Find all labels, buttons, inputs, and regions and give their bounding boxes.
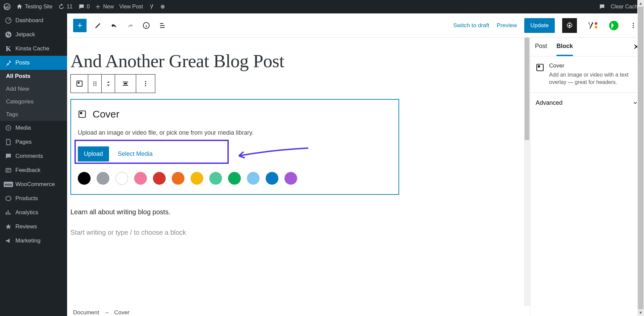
color-swatch-9[interactable] — [247, 172, 260, 185]
menu-posts[interactable]: Posts — [0, 56, 67, 70]
notices-icon[interactable] — [599, 3, 605, 10]
svg-point-7 — [569, 25, 571, 27]
crumb-document[interactable]: Document — [73, 309, 99, 316]
menu-products[interactable]: Products — [0, 191, 67, 206]
menu-reviews[interactable]: Reviews — [0, 220, 67, 234]
paragraph-block[interactable]: Learn all about writing blog posts. — [70, 208, 399, 216]
canvas-scrollbar[interactable] — [524, 38, 530, 306]
color-swatch-4[interactable] — [153, 172, 166, 185]
cover-block-description: Upload an image or video file, or pick o… — [78, 129, 392, 136]
menu-media[interactable]: Media — [0, 121, 67, 135]
color-swatch-1[interactable] — [97, 172, 109, 185]
wp-logo[interactable] — [3, 3, 11, 10]
color-swatch-10[interactable] — [266, 172, 278, 185]
clear-cache-link[interactable]: Clear Cache — [611, 4, 641, 10]
update-button[interactable]: Update — [524, 18, 555, 33]
dashboard-icon — [5, 17, 12, 24]
select-media-button[interactable]: Select Media — [118, 150, 153, 157]
upload-button[interactable]: Upload — [78, 146, 109, 162]
drag-handle-icon[interactable] — [88, 75, 102, 93]
products-icon — [5, 195, 12, 202]
star-icon — [5, 223, 12, 230]
annotation-arrow-icon — [233, 146, 310, 160]
more-options-icon[interactable] — [629, 21, 638, 30]
align-button[interactable] — [115, 75, 136, 93]
svg-rect-12 — [78, 82, 79, 84]
block-more-icon[interactable] — [136, 75, 155, 93]
menu-analytics[interactable]: Analytics — [0, 206, 67, 220]
svg-point-8 — [633, 23, 634, 24]
analytics-icon — [5, 209, 12, 216]
color-swatch-2[interactable] — [115, 172, 128, 185]
outline-icon[interactable] — [158, 21, 167, 30]
status-dot-icon[interactable] — [160, 4, 165, 9]
new-link[interactable]: New — [95, 4, 114, 10]
site-link[interactable]: Testing Site — [16, 3, 53, 10]
svg-point-20 — [145, 81, 146, 82]
settings-gear-button[interactable] — [562, 18, 577, 33]
post-title[interactable]: And Another Great Blog Post — [70, 50, 399, 72]
menu-feedback[interactable]: Feedback — [0, 163, 67, 177]
browser-scrollbar[interactable]: ▲ ▼ — [637, 0, 644, 316]
menu-jetpack[interactable]: Jetpack — [0, 28, 67, 42]
block-editor: + Switch to draft Preview Update And Ano… — [67, 13, 644, 316]
megaphone-icon — [5, 237, 12, 244]
cover-block[interactable]: Cover Upload an image or video file, or … — [70, 99, 399, 195]
submenu-all-posts[interactable]: All Posts — [0, 70, 67, 83]
preview-button[interactable]: Preview — [497, 22, 517, 29]
menu-dashboard[interactable]: Dashboard — [0, 13, 67, 28]
color-swatch-3[interactable] — [134, 172, 147, 185]
color-swatch-0[interactable] — [78, 172, 91, 185]
menu-pages[interactable]: Pages — [0, 135, 67, 149]
tab-post[interactable]: Post — [535, 38, 547, 56]
undo-icon[interactable] — [109, 21, 119, 30]
submenu-categories[interactable]: Categories — [0, 95, 67, 108]
color-swatch-11[interactable] — [284, 172, 297, 185]
jetpack-badge-icon — [609, 21, 619, 30]
block-toolbar — [70, 74, 155, 93]
svg-point-13 — [93, 81, 94, 82]
switch-to-draft-button[interactable]: Switch to draft — [453, 22, 489, 29]
submenu-add-new[interactable]: Add New — [0, 83, 67, 95]
move-arrows[interactable] — [102, 75, 115, 93]
new-block-placeholder[interactable]: Start writing or type / to choose a bloc… — [70, 229, 399, 236]
media-icon — [5, 124, 12, 132]
jetpack-button[interactable] — [606, 18, 621, 33]
comments-link[interactable]: 0 — [78, 3, 90, 10]
redo-icon[interactable] — [125, 21, 135, 30]
tab-block[interactable]: Block — [556, 38, 573, 56]
advanced-panel-toggle[interactable]: Advanced — [530, 93, 644, 113]
menu-kinsta[interactable]: KKinsta Cache — [0, 42, 67, 56]
edit-mode-icon[interactable] — [93, 21, 103, 30]
svg-point-21 — [145, 83, 146, 84]
view-post-link[interactable]: View Post — [119, 4, 143, 10]
color-swatch-8[interactable] — [228, 172, 241, 185]
svg-point-10 — [633, 27, 634, 28]
block-type-icon[interactable] — [71, 75, 88, 93]
info-icon[interactable] — [142, 21, 151, 30]
yoast-button[interactable] — [584, 18, 599, 33]
menu-comments[interactable]: Comments — [0, 149, 67, 163]
svg-point-9 — [633, 25, 634, 26]
add-block-button[interactable]: + — [73, 19, 87, 32]
editor-canvas: And Another Great Blog Post Cover Upload… — [67, 38, 530, 316]
svg-rect-19 — [124, 83, 127, 84]
feedback-icon — [5, 167, 12, 174]
woo-icon: woo — [5, 181, 12, 188]
sidebar-block-icon — [536, 63, 544, 72]
svg-rect-5 — [6, 169, 11, 172]
crumb-arrow-icon: → — [104, 309, 109, 316]
crumb-cover[interactable]: Cover — [114, 309, 129, 316]
yoast-adminbar-icon[interactable] — [148, 3, 155, 10]
color-swatch-5[interactable] — [172, 172, 184, 185]
submenu-tags[interactable]: Tags — [0, 108, 67, 121]
pin-icon — [5, 59, 12, 66]
color-swatches — [78, 172, 392, 185]
updates-link[interactable]: 11 — [58, 3, 73, 10]
svg-point-22 — [145, 85, 146, 86]
menu-woocommerce[interactable]: wooWooCommerce — [0, 177, 67, 191]
menu-marketing[interactable]: Marketing — [0, 234, 67, 248]
color-swatch-6[interactable] — [191, 172, 203, 185]
color-swatch-7[interactable] — [209, 172, 222, 185]
posts-submenu: All Posts Add New Categories Tags — [0, 70, 67, 121]
